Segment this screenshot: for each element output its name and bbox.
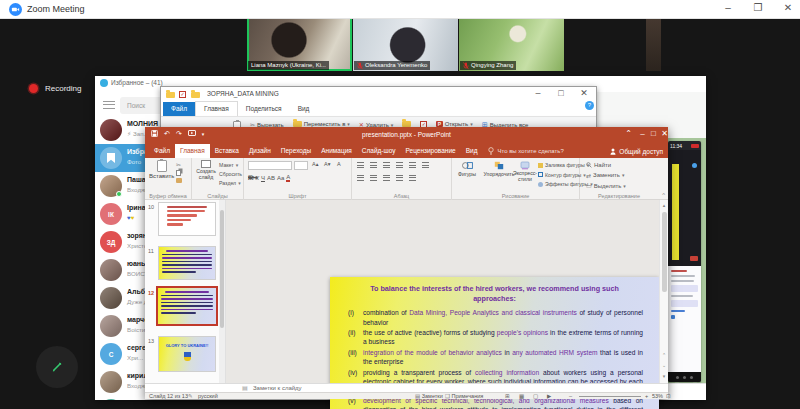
powerpoint-tab[interactable]: Рецензирование (400, 144, 460, 158)
previous-slide-icon[interactable]: ⌃ (660, 352, 668, 358)
cut-icon[interactable]: ✂ (176, 161, 182, 168)
minimize-button[interactable]: – (716, 2, 740, 13)
qat-customize-icon[interactable]: ▾ (202, 131, 205, 137)
notes-bar[interactable]: ▤ Заметки к слайду (145, 383, 668, 392)
numbering-icon[interactable] (370, 162, 377, 168)
reading-view-icon[interactable]: ▢ (533, 393, 538, 399)
close-button[interactable]: ✕ (575, 88, 593, 98)
participant-name-label: Liana Maznyk (Ukraine, Ki... (248, 61, 329, 70)
copy-icon[interactable] (176, 170, 181, 176)
font-style-button[interactable]: А (286, 174, 290, 182)
font-style-button[interactable]: АВ (267, 175, 275, 181)
collapse-ribbon-icon[interactable]: ^ (662, 192, 665, 198)
quick-styles-button[interactable]: Экспресс-стили (514, 161, 536, 182)
powerpoint-tab[interactable]: Анимация (316, 144, 357, 158)
help-icon[interactable]: ? (585, 101, 594, 110)
font-style-button[interactable]: Aa (277, 175, 284, 181)
notes-toggle[interactable]: ▤ Заметки (415, 393, 443, 399)
new-slide-button[interactable]: Создать слайд (194, 160, 218, 180)
replace-button[interactable]: ⇄Заменить▾ (586, 172, 626, 179)
annotate-button[interactable] (36, 346, 78, 388)
powerpoint-tab[interactable]: Главная (175, 144, 210, 158)
start-slideshow-icon[interactable] (188, 130, 196, 138)
quick-styles-icon (520, 161, 530, 170)
explorer-tab[interactable]: Вид (290, 102, 318, 116)
format-painter-icon[interactable] (176, 178, 182, 183)
close-button[interactable]: ✕ (659, 129, 670, 138)
slide-thumbnail[interactable] (156, 286, 218, 326)
font-style-buttons: ЖКЧSabcАВAaА (248, 174, 292, 182)
paste-button[interactable]: Вставить (149, 160, 174, 179)
increase-indent-icon[interactable] (396, 162, 403, 168)
align-center-icon[interactable] (370, 175, 377, 181)
font-name-input[interactable] (248, 161, 292, 170)
maximize-button[interactable]: ❐ (746, 2, 770, 13)
spellcheck-icon[interactable]: ✎ (188, 393, 193, 399)
powerpoint-tab[interactable]: Вид (461, 144, 483, 158)
normal-view-icon[interactable]: ⊞ (505, 393, 510, 399)
slide-sorter-view-icon[interactable]: ▦ (519, 393, 524, 399)
clear-format-icon[interactable]: А (337, 161, 341, 167)
align-left-icon[interactable] (357, 175, 364, 181)
explorer-ribbon-tabs: ФайлГлавнаяПоделитьсяВид (161, 102, 596, 116)
layout-button[interactable]: Макет▾ (219, 162, 242, 168)
shrink-font-icon[interactable]: А▾ (324, 161, 330, 167)
font-style-button[interactable]: Ч (261, 175, 265, 181)
share-button[interactable]: Общий доступ (610, 144, 663, 158)
avatar: С (100, 343, 122, 365)
powerpoint-tab[interactable]: Файл (149, 144, 175, 158)
zoom-in-icon[interactable]: + (645, 393, 648, 399)
explorer-tab[interactable]: Поделиться (238, 102, 290, 116)
text-direction-icon[interactable] (422, 162, 429, 168)
zoom-out-icon[interactable]: – (569, 393, 572, 399)
justify-icon[interactable] (396, 175, 403, 181)
arrange-button[interactable]: Упорядочить (482, 161, 516, 177)
powerpoint-titlebar: ↶ ↷ ▾ presentation.pptx - PowerPoint ⌃ –… (145, 127, 668, 144)
align-right-icon[interactable] (383, 175, 390, 181)
reset-button[interactable]: Сбросить (219, 171, 242, 177)
menu-icon[interactable] (103, 101, 115, 109)
slideshow-view-icon[interactable]: ▶ (547, 393, 551, 399)
zoom-percent[interactable]: 53% (652, 393, 663, 399)
grow-font-icon[interactable]: А▴ (312, 161, 318, 167)
tell-me-box[interactable]: Что вы хотите сделать? (488, 144, 563, 158)
minimize-button[interactable]: – (637, 129, 648, 138)
slide-area-scrollbar[interactable]: ▴ ⌃ ⌄ ▾ (659, 200, 668, 383)
minimize-button[interactable]: – (529, 88, 547, 98)
section-button[interactable]: Раздел▾ (219, 180, 242, 186)
slide-thumbnail[interactable] (158, 246, 216, 280)
language-label[interactable]: русский (198, 393, 218, 399)
powerpoint-tab[interactable]: Слайд-шоу (357, 144, 401, 158)
shapes-button[interactable]: Фигуры (455, 161, 479, 177)
powerpoint-tab[interactable]: Вставка (210, 144, 244, 158)
powerpoint-tab[interactable]: Переходы (276, 144, 317, 158)
fit-to-window-icon[interactable]: ⊡ (666, 393, 671, 399)
redo-icon[interactable]: ↷ (176, 130, 182, 138)
slide-thumbnail[interactable] (158, 202, 216, 236)
scroll-up-icon[interactable]: ▴ (660, 202, 668, 208)
bullets-icon[interactable] (357, 162, 364, 168)
maximize-button[interactable]: □ (648, 129, 659, 138)
undo-icon[interactable]: ↶ (164, 130, 170, 138)
ribbon-display-options-icon[interactable]: ⌃ (623, 129, 634, 138)
close-button[interactable]: ✕ (776, 2, 800, 13)
slide-thumbnail[interactable]: GLORY TO UKRAINE!! (158, 336, 216, 372)
select-button[interactable]: ▭Выделить▾ (586, 182, 626, 189)
zoom-meeting-window: Zoom Meeting – ❐ ✕ Liana Maznyk (Ukraine… (0, 0, 800, 409)
line-spacing-icon[interactable] (409, 162, 416, 168)
scroll-down-icon[interactable]: ▾ (660, 373, 668, 379)
columns-icon[interactable] (409, 175, 416, 181)
zoom-slider[interactable] (579, 396, 641, 397)
explorer-tab[interactable]: Файл (163, 102, 195, 116)
font-style-button[interactable]: abc (248, 174, 258, 180)
explorer-tab[interactable]: Главная (195, 101, 238, 116)
next-slide-icon[interactable]: ⌄ (660, 362, 668, 368)
save-icon[interactable] (151, 130, 158, 138)
font-size-input[interactable] (294, 161, 308, 170)
comments-toggle[interactable]: ❑ Примечания (445, 393, 483, 399)
find-button[interactable]: Найти (586, 162, 626, 168)
maximize-button[interactable]: □ (552, 88, 570, 98)
powerpoint-tab[interactable]: Дизайн (244, 144, 276, 158)
decrease-indent-icon[interactable] (383, 162, 390, 168)
thumbnail-scrollbar[interactable] (219, 200, 225, 383)
